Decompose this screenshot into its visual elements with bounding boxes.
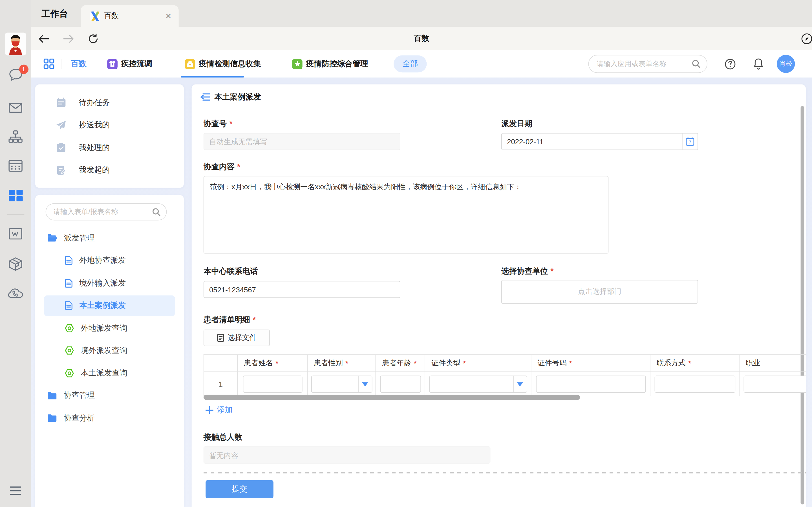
tree-label: 协查分析 — [64, 413, 95, 423]
tree-item-waidi-query[interactable]: 外地派发查询 — [44, 318, 175, 338]
window-titlebar: 工作台 百数 ✕ — [31, 0, 812, 27]
patient-table: 患者姓名* 患者性别* 患者年龄* 证件类型* 证件号码* 联系方式* 职业 1 — [204, 354, 806, 396]
closed-folder-icon — [47, 414, 57, 422]
menu-item-label: 抄送我的 — [79, 120, 110, 130]
tree-search-box[interactable] — [46, 203, 167, 221]
menu-item-todo[interactable]: 待办任务 — [35, 91, 184, 114]
tree-item-bentu-anli-selected[interactable]: 本土案例派发 — [44, 295, 175, 316]
workbench-grid-icon[interactable] — [0, 189, 31, 202]
rail-divider — [0, 214, 31, 215]
menu-item-label: 待办任务 — [79, 98, 110, 107]
all-apps-pill[interactable]: 全部 — [394, 55, 427, 73]
header-index — [204, 355, 238, 372]
help-icon[interactable] — [725, 50, 736, 77]
notification-bell-icon[interactable] — [752, 50, 764, 77]
patient-gender-select[interactable] — [311, 376, 372, 393]
tree-item-bentu-query[interactable]: 本土派发查询 — [44, 363, 175, 383]
patient-age-input[interactable] — [380, 376, 421, 393]
tree-folder-dispatch-mgmt[interactable]: 派发管理 — [44, 228, 175, 248]
tab-disease-control[interactable]: 疾控流调 — [107, 50, 152, 77]
date-picker-button[interactable]: 7 — [682, 133, 698, 150]
calendar-picker-icon: 7 — [686, 137, 695, 146]
dropdown-segment — [358, 376, 371, 392]
patient-name-input[interactable] — [243, 376, 302, 393]
calendar-icon[interactable] — [0, 159, 31, 172]
tree-folder-xiecha-analysis[interactable]: 协查分析 — [44, 407, 175, 428]
choose-file-label: 选择文件 — [227, 333, 257, 342]
chat-icon[interactable]: 1 — [0, 67, 31, 82]
user-photo-avatar[interactable] — [0, 33, 31, 55]
tab-epidemic-test-info[interactable]: 疫情检测信息收集 — [185, 50, 261, 77]
tree-folder-xiecha-mgmt[interactable]: 协查管理 — [44, 385, 175, 406]
window-tab[interactable]: 百数 ✕ — [81, 5, 179, 27]
id-number-input[interactable] — [536, 376, 645, 393]
choose-file-button[interactable]: 选择文件 — [204, 330, 270, 346]
tree-label: 本土派发查询 — [81, 368, 128, 378]
refresh-icon[interactable] — [84, 27, 102, 50]
tree-item-jingwai-shuru[interactable]: 境外输入派发 — [44, 273, 175, 293]
add-row-link[interactable]: 添加 — [206, 405, 233, 415]
tree-item-waidi-xiecha[interactable]: 外地协查派发 — [44, 250, 175, 271]
contact-input[interactable] — [654, 376, 735, 393]
nav-home-baishu[interactable]: 百数 — [71, 50, 87, 77]
avatar-image — [5, 33, 26, 55]
app-search-box[interactable] — [589, 55, 707, 73]
select-department-placeholder: 点击选择部门 — [578, 287, 621, 296]
tree-item-jingwai-query[interactable]: 境外派发查询 — [44, 340, 175, 361]
header-patient-age: 患者年龄* — [376, 355, 425, 372]
apps-grid-icon[interactable] — [43, 50, 54, 77]
horizontal-scrollbar[interactable] — [204, 395, 580, 400]
required-asterisk: * — [230, 119, 233, 128]
document-w-icon[interactable] — [0, 228, 31, 240]
window-tab-title: 百数 — [104, 11, 118, 20]
total-contacts-input[interactable] — [204, 446, 491, 464]
form-doc-icon — [65, 279, 73, 287]
org-chart-icon[interactable] — [0, 130, 31, 144]
tab-close-icon[interactable]: ✕ — [165, 12, 171, 20]
user-avatar[interactable]: 肖松 — [777, 55, 795, 73]
tab-epidemic-prevention[interactable]: 疫情防控综合管理 — [292, 50, 368, 77]
dispatch-date-field[interactable]: 2022-02-11 7 — [501, 133, 698, 150]
form-tree-panel: 派发管理 外地协查派发 境外输入派发 — [35, 195, 184, 507]
mail-icon[interactable] — [0, 101, 31, 114]
forward-icon[interactable] — [59, 27, 77, 50]
back-icon[interactable] — [35, 27, 52, 50]
collapse-back-icon[interactable] — [200, 93, 210, 101]
cloud-call-icon[interactable] — [0, 286, 31, 300]
tree-label: 派发管理 — [64, 233, 95, 243]
field-label-xiechahao: 协查号* — [204, 119, 233, 129]
tab-label: 疾控流调 — [121, 59, 152, 69]
field-label-dispatch-date: 派发日期 — [501, 119, 532, 129]
cube-icon[interactable] — [0, 257, 31, 271]
vertical-scrollbar[interactable] — [801, 106, 804, 504]
app-logo-icon — [90, 11, 100, 21]
tab-label: 疫情检测信息收集 — [199, 59, 261, 69]
menu-item-initiated[interactable]: 我发起的 — [35, 159, 184, 181]
form-doc-icon — [65, 256, 73, 265]
center-phone-input[interactable] — [204, 281, 400, 298]
id-type-select[interactable] — [429, 376, 527, 393]
app-navbar: 百数 疾控流调 疫情检测信息收集 — [31, 50, 812, 77]
header-occupation: 职业 — [740, 355, 806, 372]
form-card: 本土案例派发 协查号* 派发日期 2022-02-11 7 — [192, 84, 806, 507]
doc-pen-icon — [56, 165, 66, 175]
hamburger-menu-icon[interactable] — [0, 484, 31, 497]
tree-search-input[interactable] — [53, 208, 152, 216]
menu-item-processed[interactable]: 我处理的 — [35, 136, 184, 159]
menu-item-cc-me[interactable]: 抄送我的 — [35, 114, 184, 136]
compass-icon[interactable] — [798, 27, 812, 50]
patient-table-header: 患者姓名* 患者性别* 患者年龄* 证件类型* 证件号码* 联系方式* 职业 — [204, 355, 806, 372]
submit-button[interactable]: 提交 — [206, 480, 273, 498]
app-search-input[interactable] — [597, 60, 692, 68]
select-department-box[interactable]: 点击选择部门 — [501, 280, 698, 304]
report-hexagon-icon — [65, 324, 74, 332]
occupation-input[interactable] — [744, 376, 806, 393]
xiecha-content-textarea[interactable]: 范例：x月xx日，我中心检测一名xxx新冠病毒核酸结果为阳性，该病例位于你区，详… — [204, 176, 608, 253]
form-title: 本土案例派发 — [214, 92, 261, 102]
search-icon — [152, 208, 160, 216]
header-patient-name: 患者姓名* — [238, 355, 308, 372]
tree-label: 协查管理 — [64, 391, 95, 400]
xiechahao-input[interactable] — [204, 133, 400, 150]
menu-item-label: 我发起的 — [79, 165, 110, 175]
content-area: 待办任务 抄送我的 我处理的 — [31, 78, 812, 507]
